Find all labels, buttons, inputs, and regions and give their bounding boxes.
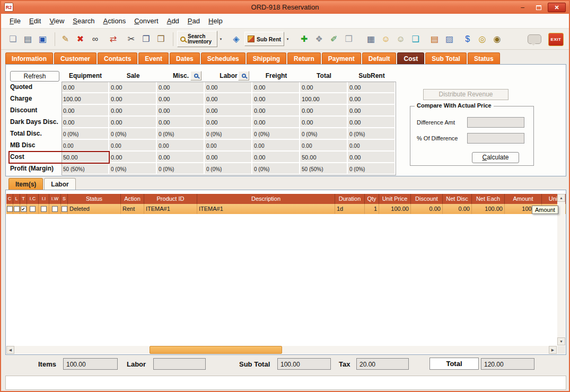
refresh-button[interactable]: Refresh	[10, 71, 59, 82]
export-window-icon[interactable]: ⇄	[107, 32, 120, 46]
checkbox-l[interactable]	[14, 206, 20, 212]
search-misc-button[interactable]	[190, 71, 201, 81]
horizontal-scroll-thumb[interactable]	[150, 346, 282, 354]
tab-schedules[interactable]: Schedules	[201, 52, 245, 64]
checkbox-i-c[interactable]	[30, 206, 36, 212]
item-cell-status[interactable]: Deleted	[68, 204, 121, 214]
paste-icon[interactable]: ❒	[154, 32, 168, 46]
sub-rent-button[interactable]: Sub Rent	[244, 32, 284, 46]
tab-contacts[interactable]: Contacts	[98, 52, 137, 64]
money-coins-icon[interactable]: ◎	[476, 32, 489, 46]
dye-drop-icon[interactable]: ◈	[230, 32, 243, 46]
menu-convert[interactable]: Convert	[130, 14, 163, 28]
edit-document-icon[interactable]: ✐	[327, 32, 340, 46]
kit-components-icon[interactable]: ❖	[312, 32, 326, 46]
tab-shipping[interactable]: Shipping	[247, 52, 286, 64]
item-cell-product-id[interactable]: ITEMA#1	[144, 204, 197, 214]
total-field[interactable]: 120.00	[481, 358, 534, 370]
horizontal-scrollbar[interactable]: ◀ ▶	[6, 346, 557, 354]
comment-icon[interactable]	[528, 34, 541, 44]
documents-stack-icon[interactable]: ❒	[342, 32, 355, 46]
notes-pad-icon[interactable]: ▨	[443, 32, 456, 46]
copy-icon[interactable]: ❐	[139, 32, 153, 46]
tab-payment[interactable]: Payment	[322, 52, 361, 64]
item-cell-net-disc[interactable]: 0.00	[443, 204, 472, 214]
tab-dates[interactable]: Dates	[170, 52, 200, 64]
tab-cost[interactable]: Cost	[397, 52, 424, 64]
tab-return[interactable]: Return	[287, 52, 321, 64]
titlebar[interactable]: R2 ORD-918 Reservation – ✕	[1, 1, 569, 14]
checkbox-i-i[interactable]	[41, 206, 47, 212]
item-cell-qty[interactable]: 1	[365, 204, 379, 214]
edit-pen-icon[interactable]: ✎	[59, 32, 72, 46]
tax-field[interactable]: 20.00	[356, 358, 409, 370]
scroll-left-icon[interactable]: ◀	[6, 346, 14, 354]
maximize-button[interactable]	[532, 3, 545, 12]
item-cell-i-w[interactable]	[49, 204, 61, 214]
tab-status[interactable]: Status	[468, 52, 500, 64]
search-labor-button[interactable]	[238, 71, 249, 81]
item-cell-s[interactable]	[61, 204, 68, 214]
item-cell-action[interactable]: Rent	[121, 204, 144, 214]
item-cell-net-each[interactable]: 100.00	[472, 204, 505, 214]
exit-button[interactable]: EXIT	[548, 33, 564, 46]
delete-icon[interactable]: ✖	[74, 32, 87, 46]
money-cart-icon[interactable]: ◉	[490, 32, 504, 46]
item-cell-description[interactable]: ITEMA#1	[197, 204, 335, 214]
menu-help[interactable]: Help	[204, 14, 227, 28]
item-cell-discount[interactable]: 0.00	[411, 204, 443, 214]
menu-pad[interactable]: Pad	[183, 14, 204, 28]
close-button[interactable]: ✕	[548, 3, 566, 12]
sub-rent-dropdown-icon[interactable]: ▼	[284, 32, 291, 46]
item-cell-duration[interactable]: 1d	[335, 204, 365, 214]
menu-search[interactable]: Search	[68, 14, 99, 28]
checkbox-i-w[interactable]	[52, 206, 58, 212]
package-box-icon[interactable]: ❑	[409, 32, 422, 46]
tab-labor[interactable]: Labor	[44, 178, 75, 190]
find-binoculars-icon[interactable]: ∞	[89, 32, 102, 46]
tab-information[interactable]: Information	[5, 52, 53, 64]
item-cell-i-i[interactable]	[39, 204, 49, 214]
search-inventory-button[interactable]: Search Inventory	[177, 31, 217, 47]
menu-view[interactable]: View	[45, 14, 68, 28]
tab-sub-total[interactable]: Sub Total	[425, 52, 467, 64]
item-cell-c[interactable]	[6, 204, 13, 214]
item-cell-t[interactable]: ✔	[20, 204, 27, 214]
scroll-right-icon[interactable]: ▶	[549, 346, 557, 354]
vertical-scrollbar[interactable]: ▲ ▼	[557, 194, 565, 345]
menu-file[interactable]: File	[5, 14, 25, 28]
checkbox-c[interactable]	[7, 206, 13, 212]
difference-amt-field[interactable]	[467, 117, 524, 128]
save-icon[interactable]: ▣	[36, 32, 49, 46]
labor-total-field[interactable]	[153, 358, 206, 370]
menu-actions[interactable]: Actions	[99, 14, 130, 28]
menu-add[interactable]: Add	[163, 14, 183, 28]
dollar-export-icon[interactable]: $	[461, 32, 474, 46]
tab-default[interactable]: Default	[362, 52, 397, 64]
tab-item-s[interactable]: Item(s)	[8, 178, 43, 190]
smiley-icon[interactable]: ☺	[379, 32, 392, 46]
item-cell-l[interactable]	[13, 204, 20, 214]
calculate-button[interactable]: Calculate	[472, 152, 519, 163]
tab-customer[interactable]: Customer	[54, 52, 97, 64]
network-printer-icon[interactable]: ▦	[364, 32, 378, 46]
add-item-icon[interactable]: ✚	[297, 32, 311, 46]
checkbox-s[interactable]	[62, 206, 67, 212]
new-document-icon[interactable]: ❏	[6, 32, 20, 46]
scroll-up-icon[interactable]: ▲	[557, 194, 565, 202]
item-cell-i-c[interactable]	[27, 204, 39, 214]
search-inventory-dropdown-icon[interactable]: ▼	[217, 32, 224, 46]
distribute-revenue-button[interactable]: Distribute Revenue	[423, 89, 508, 100]
checkbox-t[interactable]: ✔	[21, 206, 27, 212]
print-icon[interactable]: ▤	[21, 32, 34, 46]
menu-edit[interactable]: Edit	[25, 14, 45, 28]
item-cell-unit-price[interactable]: 100.00	[379, 204, 411, 214]
items-total-field[interactable]: 100.00	[63, 358, 118, 370]
customer-note-icon[interactable]: ☺	[394, 32, 407, 46]
cut-icon[interactable]: ✂	[125, 32, 138, 46]
scroll-down-icon[interactable]: ▼	[557, 337, 565, 345]
pct-of-difference-field[interactable]	[467, 133, 524, 144]
minimize-button[interactable]: –	[516, 3, 529, 12]
sub-total-field[interactable]: 100.00	[277, 358, 331, 370]
tab-event[interactable]: Event	[138, 52, 169, 64]
